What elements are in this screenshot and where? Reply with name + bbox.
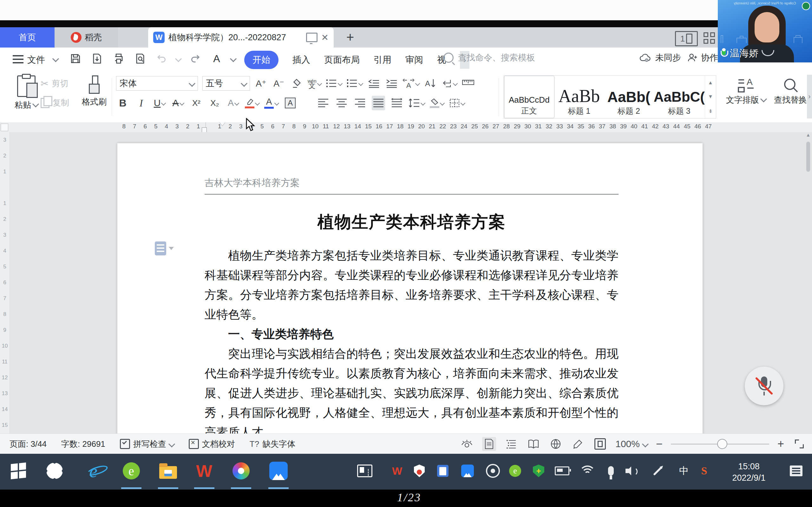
- word-count[interactable]: 字数: 29691: [61, 439, 105, 450]
- tray-input-method[interactable]: 中: [676, 463, 692, 478]
- scroll-up-icon[interactable]: ▲: [805, 132, 811, 140]
- read-mode-icon[interactable]: [526, 437, 541, 451]
- numbered-list-button[interactable]: [346, 76, 362, 91]
- taskbar-file-explorer[interactable]: [158, 461, 178, 481]
- shading-button[interactable]: [430, 96, 444, 110]
- tray-docs[interactable]: [435, 463, 450, 478]
- missing-fonts-button[interactable]: T? 缺失字体: [250, 439, 295, 450]
- zoom-slider-thumb[interactable]: [717, 439, 727, 449]
- eye-protect-icon[interactable]: [460, 437, 474, 451]
- paste-chevron-icon[interactable]: [32, 101, 39, 107]
- zoom-in-button[interactable]: +: [777, 439, 784, 449]
- tray-mic[interactable]: [603, 463, 618, 478]
- paragraph-mark-button[interactable]: [442, 76, 457, 91]
- tray-recorder[interactable]: [485, 463, 501, 478]
- first-line-indent-marker[interactable]: [219, 122, 225, 129]
- ribbon-overflow-chevron[interactable]: ›: [807, 75, 812, 118]
- copy-button[interactable]: 复制: [41, 97, 69, 108]
- taskbar-wps[interactable]: W: [194, 461, 214, 481]
- font-name-combobox[interactable]: 宋体: [116, 76, 198, 91]
- command-search[interactable]: 查找命令、搜索模板: [444, 52, 535, 63]
- tray-meeting[interactable]: [460, 463, 475, 478]
- close-tab-icon[interactable]: ✕: [321, 32, 328, 43]
- vertical-scrollbar[interactable]: ▲: [805, 132, 811, 434]
- align-center-button[interactable]: [335, 96, 348, 110]
- tray-news[interactable]: [357, 463, 372, 478]
- increase-font-button[interactable]: A⁺: [254, 76, 268, 91]
- styles-scroll-down-icon[interactable]: ▼: [708, 94, 713, 100]
- bold-button[interactable]: B: [116, 96, 130, 110]
- tray-battery[interactable]: [554, 463, 570, 478]
- tray-security[interactable]: [412, 463, 427, 478]
- italic-button[interactable]: I: [135, 96, 148, 110]
- strikethrough-button[interactable]: A: [171, 96, 185, 110]
- taskbar-clock[interactable]: 15:08 2022/9/1: [725, 461, 773, 484]
- taskbar-ie[interactable]: e: [83, 461, 103, 481]
- style-normal[interactable]: AaBbCcDd 正文: [504, 76, 554, 118]
- undo-icon[interactable]: [154, 51, 169, 66]
- sync-status[interactable]: 未同步: [639, 52, 681, 63]
- clear-format-button[interactable]: [290, 76, 303, 91]
- tab-document[interactable]: W 植物科学学院）20...-20220827 ✕: [148, 27, 334, 48]
- fullscreen-icon[interactable]: [792, 437, 806, 451]
- sort-button[interactable]: A: [424, 76, 437, 91]
- tray-volume[interactable]: [624, 463, 640, 478]
- decrease-indent-button[interactable]: [367, 76, 380, 91]
- vertical-ruler[interactable]: 321123456789101112131415: [0, 132, 10, 434]
- tab-ruler-button[interactable]: [461, 76, 475, 91]
- ink-tool-icon[interactable]: [571, 437, 585, 451]
- align-left-button[interactable]: [316, 96, 330, 110]
- web-view-icon[interactable]: [549, 437, 563, 451]
- character-border-button[interactable]: A: [284, 96, 297, 110]
- taskbar-360-browser[interactable]: e: [121, 461, 142, 481]
- underline-button[interactable]: U: [153, 96, 166, 110]
- floating-mic-button[interactable]: [745, 367, 783, 405]
- hamburger-icon[interactable]: [13, 55, 23, 63]
- bullet-list-button[interactable]: [326, 76, 342, 91]
- tab-start[interactable]: 开始: [244, 51, 278, 69]
- justify-button[interactable]: [372, 96, 385, 110]
- superscript-button[interactable]: X²: [190, 96, 203, 110]
- text-direction-button[interactable]: A: [403, 76, 419, 91]
- font-color-chevron-icon[interactable]: [230, 55, 237, 62]
- taskbar-pinwheel-app[interactable]: [44, 461, 65, 481]
- find-replace-button[interactable]: 查找替换: [773, 75, 808, 106]
- page-view-icon[interactable]: [482, 437, 496, 451]
- cut-button[interactable]: ✂ 剪切: [41, 78, 69, 89]
- distribute-button[interactable]: [390, 96, 403, 110]
- new-tab-button[interactable]: +: [343, 30, 358, 45]
- tab-references[interactable]: 引用: [374, 54, 392, 66]
- scrollbar-thumb[interactable]: [806, 142, 810, 172]
- tray-360-update[interactable]: e: [507, 463, 523, 478]
- styles-expand-icon[interactable]: ⇟: [708, 108, 712, 114]
- tray-sogou[interactable]: S: [697, 463, 712, 478]
- tab-review[interactable]: 审阅: [405, 54, 423, 66]
- print-preview-icon[interactable]: [133, 51, 148, 66]
- style-heading2[interactable]: AaBb( 标题 2: [604, 76, 654, 118]
- document-page[interactable]: 吉林大学本科培养方案 植物生产类本科培养方案 植物生产类培养方案包括专业类培养目…: [117, 143, 703, 434]
- line-spacing-button[interactable]: [409, 96, 425, 110]
- tab-docer[interactable]: 稻壳: [55, 27, 118, 48]
- subscript-button[interactable]: X₂: [208, 96, 221, 110]
- taskbar-meeting-app[interactable]: [268, 461, 289, 481]
- tab-selector-box[interactable]: [1, 124, 8, 131]
- borders-button[interactable]: [449, 96, 465, 110]
- workspace-grid-icon[interactable]: [704, 32, 715, 44]
- style-heading3[interactable]: AaBbC( 标题 3: [654, 76, 705, 118]
- print-icon[interactable]: [111, 51, 126, 66]
- outline-view-icon[interactable]: [504, 437, 518, 451]
- tab-page-layout[interactable]: 页面布局: [324, 54, 360, 66]
- zoom-level[interactable]: 100%: [615, 439, 648, 449]
- page-indicator[interactable]: 页面: 3/44: [9, 439, 47, 450]
- start-button[interactable]: [8, 461, 29, 481]
- tray-wps[interactable]: W: [390, 463, 405, 478]
- tray-360-safe[interactable]: +: [531, 463, 546, 478]
- decrease-font-button[interactable]: A⁻: [272, 76, 286, 91]
- pinyin-guide-button[interactable]: wén文: [308, 76, 321, 91]
- zoom-out-button[interactable]: −: [656, 439, 663, 449]
- styles-scroll-up-icon[interactable]: ▲: [708, 80, 713, 86]
- font-color-button[interactable]: A: [264, 96, 278, 110]
- file-menu-chevron-icon[interactable]: [52, 55, 59, 62]
- horizontal-ruler[interactable]: 8765432112345678910111213141516171819202…: [0, 122, 812, 132]
- export-pdf-icon[interactable]: [90, 51, 104, 66]
